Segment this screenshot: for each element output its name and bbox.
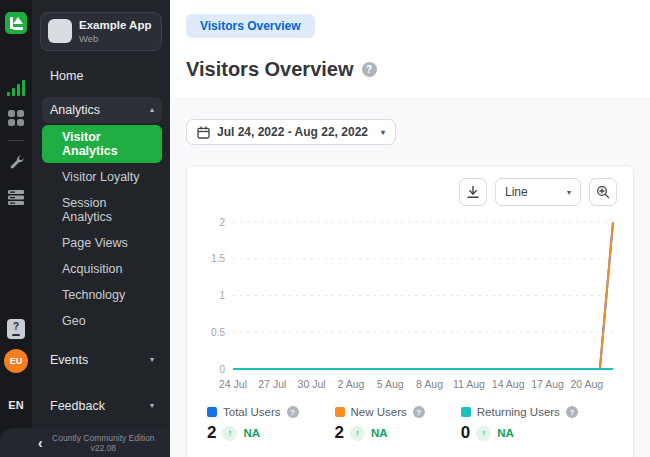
calendar-icon (197, 126, 210, 139)
chart-legend: Total Users ? 2 ↑ NA New Users ? (203, 406, 617, 443)
svg-text:1: 1 (219, 290, 225, 301)
chevron-down-icon: ▾ (150, 401, 154, 410)
help-center-icon[interactable]: ? (7, 319, 25, 339)
icon-rail: ? EU EN (0, 0, 32, 457)
chevron-up-icon: ▴ (150, 105, 154, 114)
total-users-swatch (207, 407, 217, 417)
svg-text:27 Jul: 27 Jul (258, 378, 286, 390)
download-chart-button[interactable] (459, 178, 487, 206)
svg-text:2 Aug: 2 Aug (337, 378, 364, 390)
svg-text:1.5: 1.5 (211, 253, 225, 264)
sidebar-item-home[interactable]: Home (42, 63, 162, 89)
visitors-overview-chart: 00.511.5224 Jul27 Jul30 Jul2 Aug5 Aug8 A… (203, 212, 617, 394)
sidebar-item-session-analytics[interactable]: Session Analytics (42, 191, 162, 229)
version-text: Countly Community Edition v22.08 (43, 433, 170, 453)
date-range-picker[interactable]: Jul 24, 2022 - Aug 22, 2022 ▾ (186, 119, 396, 145)
svg-text:17 Aug: 17 Aug (531, 378, 564, 390)
sidebar-item-page-views[interactable]: Page Views (42, 231, 162, 255)
svg-text:24 Jul: 24 Jul (219, 378, 247, 390)
trend-up-icon: ↑ (222, 426, 237, 441)
trend-value: NA (497, 427, 514, 439)
trend-up-icon: ↑ (350, 426, 365, 441)
apps-grid-icon[interactable] (6, 108, 26, 126)
countly-logo[interactable] (5, 12, 27, 34)
chevron-down-icon: ▾ (150, 355, 154, 364)
legend-label: Returning Users (477, 406, 560, 418)
total-users-value: 2 (207, 423, 216, 443)
left-navigation: ? EU EN Example App Web Home Analytics▴ … (0, 0, 170, 457)
svg-text:2: 2 (219, 217, 225, 228)
legend-item-total-users[interactable]: Total Users ? 2 ↑ NA (207, 406, 299, 443)
analytics-bars-icon[interactable] (6, 78, 26, 96)
visitors-chart-card: Line ▾ 00.511.5224 Jul27 Jul30 Jul2 Aug5… (186, 165, 634, 457)
chart-type-value: Line (505, 185, 528, 199)
returning-users-value: 0 (461, 423, 470, 443)
language-selector[interactable]: EN (8, 399, 23, 411)
new-users-swatch (335, 407, 345, 417)
legend-help-icon[interactable]: ? (413, 406, 425, 418)
download-icon (466, 185, 480, 199)
main-content: Visitors Overview Visitors Overview ? Ju… (170, 0, 650, 457)
title-help-icon[interactable]: ? (362, 62, 377, 77)
user-avatar[interactable]: EU (4, 349, 28, 373)
sidebar-item-visitor-loyalty[interactable]: Visitor Loyalty (42, 165, 162, 189)
page-title: Visitors Overview (186, 58, 354, 81)
sidebar-section-events[interactable]: Events▾ (42, 347, 162, 373)
sidebar-item-visitor-analytics[interactable]: Visitor Analytics (42, 125, 162, 163)
management-stack-icon[interactable] (6, 187, 26, 205)
sidebar: Example App Web Home Analytics▴ Visitor … (32, 0, 170, 457)
legend-help-icon[interactable]: ? (566, 406, 578, 418)
legend-help-icon[interactable]: ? (287, 406, 299, 418)
sidebar-item-geo[interactable]: Geo (42, 309, 162, 333)
rail-divider (8, 140, 24, 141)
chevron-down-icon: ▾ (567, 188, 571, 197)
svg-text:11 Aug: 11 Aug (453, 378, 485, 390)
app-name: Example App (79, 19, 151, 33)
sidebar-item-acquisition[interactable]: Acquisition (42, 257, 162, 281)
magnifier-plus-icon (596, 185, 610, 199)
chart-type-select[interactable]: Line ▾ (495, 178, 581, 206)
legend-label: New Users (351, 406, 407, 418)
date-range-value: Jul 24, 2022 - Aug 22, 2022 (217, 125, 368, 139)
trend-value: NA (371, 427, 388, 439)
legend-item-new-users[interactable]: New Users ? 2 ↑ NA (335, 406, 425, 443)
breadcrumb-badge[interactable]: Visitors Overview (186, 14, 315, 38)
app-thumbnail (48, 19, 72, 43)
trend-up-icon: ↑ (476, 426, 491, 441)
svg-text:20 Aug: 20 Aug (570, 378, 603, 390)
zoom-chart-button[interactable] (589, 178, 617, 206)
plugins-wrench-icon[interactable] (6, 153, 26, 171)
new-users-value: 2 (335, 423, 344, 443)
trend-value: NA (243, 427, 260, 439)
returning-users-swatch (461, 407, 471, 417)
sidebar-section-feedback[interactable]: Feedback▾ (42, 393, 162, 419)
svg-text:0.5: 0.5 (211, 327, 225, 338)
app-selector[interactable]: Example App Web (40, 12, 162, 51)
sidebar-footer-bar: ‹ Countly Community Edition v22.08 (0, 428, 170, 457)
legend-item-returning-users[interactable]: Returning Users ? 0 ↑ NA (461, 406, 578, 443)
app-type: Web (79, 33, 151, 44)
svg-text:14 Aug: 14 Aug (492, 378, 525, 390)
sidebar-section-analytics[interactable]: Analytics▴ (42, 97, 162, 123)
sidebar-item-technology[interactable]: Technology (42, 283, 162, 307)
svg-text:5 Aug: 5 Aug (377, 378, 404, 390)
legend-label: Total Users (223, 406, 281, 418)
chevron-down-icon: ▾ (381, 128, 385, 137)
svg-text:8 Aug: 8 Aug (416, 378, 443, 390)
svg-text:0: 0 (219, 364, 225, 375)
svg-text:30 Jul: 30 Jul (298, 378, 326, 390)
content-area: Jul 24, 2022 - Aug 22, 2022 ▾ Line ▾ 00.… (170, 97, 650, 457)
